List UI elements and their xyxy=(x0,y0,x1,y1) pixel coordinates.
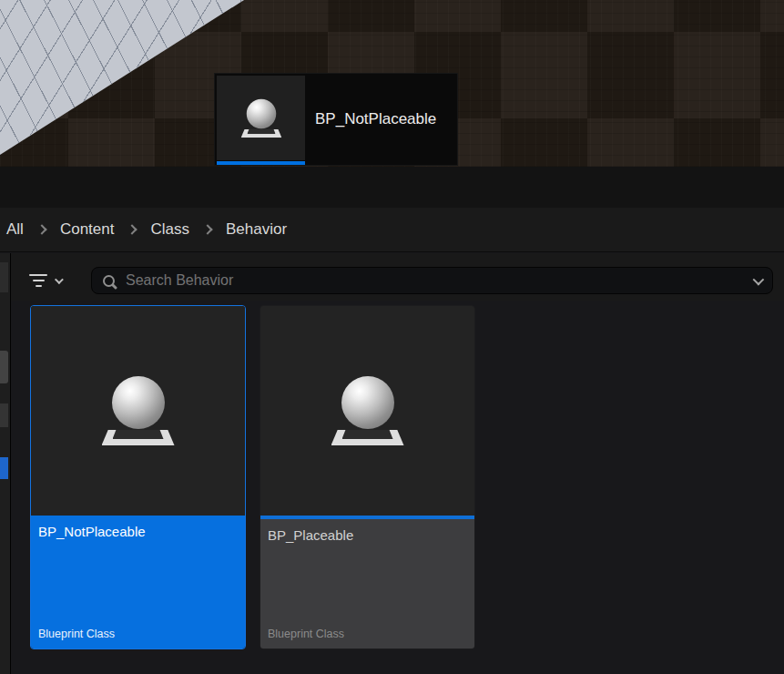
asset-tile-bp-placeable[interactable]: BP_Placeable Blueprint Class xyxy=(260,305,475,649)
pedestal-base xyxy=(240,128,281,138)
asset-thumbnail xyxy=(260,306,474,516)
sources-item[interactable] xyxy=(0,262,8,292)
asset-thumbnail xyxy=(31,306,245,516)
unreal-editor-window: BP_NotPlaceable All Content Class Behavi… xyxy=(0,0,784,674)
breadcrumb-item-class[interactable]: Class xyxy=(148,217,191,242)
breadcrumb: All Content Class Behavior xyxy=(0,208,784,252)
drag-preview-label: BP_NotPlaceable xyxy=(315,74,436,165)
sources-item-selected[interactable] xyxy=(0,457,8,479)
breadcrumb-item-content[interactable]: Content xyxy=(58,217,117,242)
sphere-shape xyxy=(341,376,394,429)
breadcrumb-item-behavior[interactable]: Behavior xyxy=(224,217,289,242)
pedestal-base xyxy=(331,430,404,445)
asset-info: BP_Placeable Blueprint Class xyxy=(260,519,474,648)
sphere-shape xyxy=(112,376,165,429)
saved-search-chevron-icon[interactable] xyxy=(753,273,765,285)
pedestal-base-inner xyxy=(113,430,164,439)
drag-preview[interactable]: BP_NotPlaceable xyxy=(214,73,458,166)
chevron-right-icon xyxy=(127,224,137,234)
asset-info: BP_NotPlaceable Blueprint Class xyxy=(31,516,245,648)
sources-item[interactable] xyxy=(0,351,8,383)
pedestal-base-inner xyxy=(247,128,275,134)
toolbar-band xyxy=(0,167,784,208)
pedestal-base xyxy=(102,430,175,445)
blueprint-sphere-icon xyxy=(330,376,406,445)
drag-preview-thumbnail xyxy=(217,76,305,160)
blueprint-sphere-icon xyxy=(239,98,282,138)
search-icon xyxy=(103,275,115,287)
search-bar xyxy=(91,267,773,294)
asset-tile-bp-notplaceable[interactable]: BP_NotPlaceable Blueprint Class xyxy=(30,305,246,649)
filter-icon xyxy=(29,274,47,287)
asset-type-color-stripe xyxy=(217,161,305,165)
breadcrumb-item-all[interactable]: All xyxy=(5,217,25,242)
sphere-shape xyxy=(246,98,275,128)
level-viewport[interactable]: BP_NotPlaceable xyxy=(0,0,784,167)
search-input[interactable] xyxy=(124,271,744,290)
blueprint-sphere-icon xyxy=(100,376,177,445)
sources-panel-sliver xyxy=(0,253,11,674)
sources-item[interactable] xyxy=(0,403,8,427)
filters-button[interactable] xyxy=(29,268,61,293)
chevron-right-icon xyxy=(202,224,212,234)
asset-type-label: Blueprint Class xyxy=(260,628,474,648)
asset-name: BP_NotPlaceable xyxy=(31,516,245,539)
chevron-right-icon xyxy=(36,224,46,234)
asset-type-label: Blueprint Class xyxy=(31,628,245,648)
pedestal-base-inner xyxy=(342,430,393,439)
asset-name: BP_Placeable xyxy=(260,519,474,543)
